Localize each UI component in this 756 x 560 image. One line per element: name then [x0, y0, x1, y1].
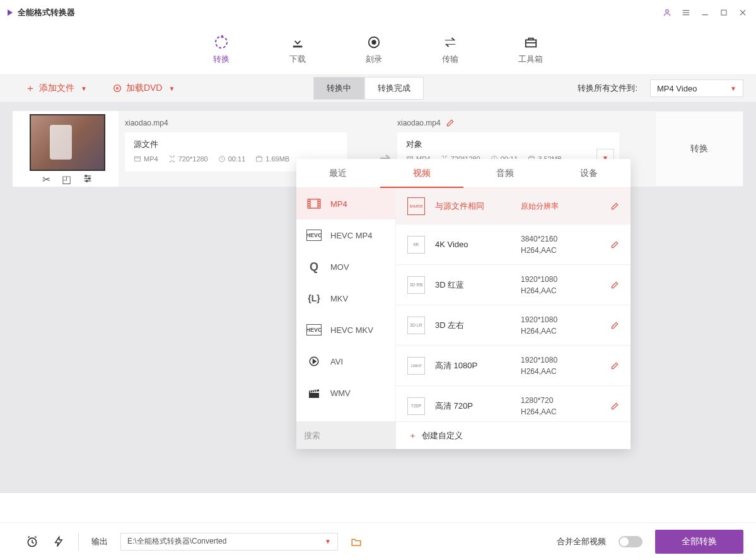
adjust-icon[interactable] [83, 173, 93, 185]
plus-icon: ＋ [409, 430, 417, 441]
film-icon [306, 198, 322, 209]
opt-720p[interactable]: 720P 高清 720P 1280*720H264,AAC [396, 386, 631, 421]
nav-transfer[interactable]: 传输 [433, 32, 468, 67]
fmt-mp4[interactable]: MP4 [296, 188, 395, 219]
format-select[interactable]: MP4 Video ▼ [650, 79, 743, 97]
edit-icon[interactable] [610, 281, 619, 289]
close-icon[interactable] [737, 7, 748, 18]
edit-icon[interactable] [610, 240, 619, 249]
minimize-icon[interactable] [699, 7, 711, 18]
caret-down-icon: ▼ [81, 85, 87, 92]
opt-3d-lr[interactable]: 3D LR 3D 左右 1920*1080H264,AAC [396, 305, 631, 346]
thumbnail-block: ✂ ◰ [13, 111, 119, 187]
convert-button[interactable]: 转换 [655, 111, 743, 187]
opt-1080p[interactable]: 1080P 高清 1080P 1920*1080H264,AAC [396, 346, 631, 386]
alarm-icon[interactable] [25, 535, 39, 549]
opt-3d-rb[interactable]: 3D RB 3D 红蓝 1920*1080H264,AAC [396, 265, 631, 305]
plus-icon: ＋ [25, 82, 35, 95]
maximize-icon[interactable] [718, 7, 730, 18]
search-input[interactable]: 搜索 [296, 422, 396, 449]
opt-same-as-source[interactable]: source 与源文件相同 原始分辨率 [396, 188, 631, 225]
target-header: 对象 [406, 139, 610, 150]
svg-point-19 [86, 180, 88, 182]
flash-icon[interactable] [52, 535, 66, 549]
tab-converting[interactable]: 转换中 [313, 77, 364, 100]
fmt-mkv[interactable]: {L}MKV [296, 283, 395, 314]
create-custom-button[interactable]: ＋ 创建自定义 [396, 430, 631, 441]
fmt-avi[interactable]: AVI [296, 346, 395, 377]
caret-down-icon: ▼ [168, 85, 175, 92]
dd-tab-recent[interactable]: 最近 [296, 159, 380, 187]
nav-convert[interactable]: 转换 [204, 32, 239, 67]
merge-label: 合并全部视频 [557, 536, 606, 547]
output-path-select[interactable]: E:\全能格式转换器\Converted ▼ [120, 533, 338, 551]
output-label: 输出 [91, 536, 108, 547]
resolution-tag-icon: 3D RB [407, 276, 425, 294]
user-icon[interactable] [661, 7, 673, 18]
fmt-m4v[interactable]: 〰M4V [296, 409, 395, 421]
opt-4k[interactable]: 4K 4K Video 3840*2160H264,AAC [396, 225, 631, 265]
load-dvd-button[interactable]: 加载DVD ▼ [112, 83, 175, 94]
dd-tab-video[interactable]: 视频 [380, 159, 464, 187]
nav-toolbox[interactable]: 工具箱 [509, 32, 552, 67]
fmt-mov[interactable]: QMOV [296, 251, 395, 283]
target-filename: xiaodao.mp4 [397, 119, 441, 127]
fmt-hevc-mkv[interactable]: HEVCHEVC MKV [296, 314, 395, 346]
option-list: source 与源文件相同 原始分辨率 4K 4K Video 3840*216… [396, 188, 631, 421]
resolution-tag-icon: 3D LR [407, 317, 425, 334]
edit-icon[interactable] [610, 321, 619, 330]
format-list: MP4 HEVCHEVC MP4 QMOV {L}MKV HEVCHEVC MK… [296, 188, 396, 421]
q-icon: Q [306, 261, 322, 272]
edit-icon[interactable] [610, 202, 619, 211]
tab-done[interactable]: 转换完成 [364, 77, 424, 100]
content-area: ✂ ◰ xiaodao.mp4 源文件 MP4 720*1280 00:11 1… [0, 102, 756, 493]
toolbar: ＋ 添加文件 ▼ 加载DVD ▼ 转换中 转换完成 转换所有文件到: MP4 V… [0, 74, 756, 102]
edit-icon[interactable] [446, 119, 455, 127]
nav-download-label: 下载 [289, 54, 306, 65]
dropdown-tabs: 最近 视频 音频 设备 [296, 159, 631, 188]
target-filename-row: xiaodao.mp4 [397, 119, 646, 127]
crop-icon[interactable]: ◰ [62, 173, 71, 185]
source-header: 源文件 [134, 139, 338, 150]
bottom-bar: 输出 E:\全能格式转换器\Converted ▼ 合并全部视频 全部转换 [0, 522, 756, 560]
svg-point-0 [666, 9, 669, 13]
app-title: 全能格式转换器 [18, 7, 661, 18]
edit-icon[interactable] [610, 361, 619, 370]
fmt-wmv[interactable]: WMV [296, 377, 395, 409]
dd-tab-audio[interactable]: 音频 [463, 159, 547, 187]
source-tag-icon: source [407, 197, 425, 215]
convert-all-button[interactable]: 全部转换 [655, 530, 743, 554]
clap-icon [306, 387, 322, 399]
fmt-hevc-mp4[interactable]: HEVCHEVC MP4 [296, 219, 395, 251]
svg-rect-20 [135, 157, 141, 161]
video-thumbnail[interactable] [30, 114, 105, 171]
resolution-tag-icon: 720P [407, 397, 425, 415]
caret-down-icon: ▼ [325, 538, 331, 545]
svg-point-10 [372, 40, 376, 44]
nav-download[interactable]: 下载 [280, 32, 315, 67]
toolbox-icon [523, 35, 538, 50]
nav-toolbox-label: 工具箱 [518, 54, 543, 65]
format-dropdown: 最近 视频 音频 设备 MP4 HEVCHEVC MP4 QMOV {L}MKV… [296, 159, 631, 449]
convert-all-label: 转换所有文件到: [578, 83, 637, 94]
add-file-button[interactable]: ＋ 添加文件 ▼ [25, 82, 87, 95]
titlebar: 全能格式转换器 [0, 0, 756, 25]
svg-point-8 [216, 37, 227, 48]
generic-icon: 〰 [306, 419, 322, 421]
open-folder-icon[interactable] [351, 537, 362, 547]
nav-burn[interactable]: 刻录 [356, 32, 392, 67]
scissors-icon[interactable]: ✂ [42, 173, 50, 185]
menu-icon[interactable] [680, 7, 692, 18]
brackets-icon: {L} [306, 293, 322, 304]
merge-toggle[interactable] [619, 536, 643, 547]
dropdown-footer: 搜索 ＋ 创建自定义 [296, 421, 631, 449]
main-nav: 转换 下载 刻录 传输 工具箱 [0, 25, 756, 74]
svg-rect-11 [525, 40, 536, 47]
dd-tab-device[interactable]: 设备 [547, 159, 631, 187]
caret-down-icon: ▼ [730, 85, 736, 92]
svg-point-13 [117, 88, 119, 90]
separator [78, 533, 79, 551]
edit-icon[interactable] [610, 402, 619, 411]
play-circle-icon [306, 356, 322, 367]
edit-tools: ✂ ◰ [42, 173, 93, 185]
